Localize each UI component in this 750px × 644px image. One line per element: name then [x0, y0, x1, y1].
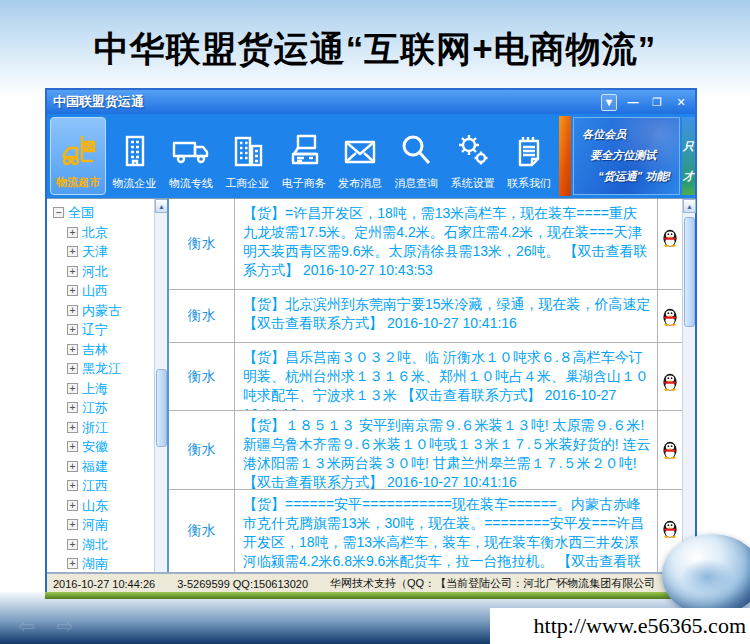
expand-icon[interactable]: + [67, 227, 78, 238]
app-window: 中国联盟货运通 ▼ — ❐ ✕ 物流超市物流企业物流专线工商企业电子商务发布消息… [45, 88, 697, 592]
minimize-icon[interactable]: — [625, 95, 641, 110]
notepad-icon [509, 126, 549, 176]
expand-icon[interactable]: + [67, 266, 78, 277]
expand-icon[interactable]: + [67, 285, 78, 296]
tree-item[interactable]: +河南 [53, 515, 167, 535]
tree-item[interactable]: +山西 [53, 281, 167, 301]
tree-item[interactable]: +山东 [53, 496, 167, 516]
tree-item-label[interactable]: 天津 [82, 244, 108, 259]
expand-icon[interactable]: + [67, 246, 78, 257]
tree-item-label[interactable]: 山西 [82, 283, 108, 298]
expand-icon[interactable]: + [67, 558, 78, 569]
tree-scrollbar[interactable]: ▲ [154, 199, 167, 572]
scroll-up-icon[interactable]: ▲ [155, 199, 168, 213]
window-titlebar: 中国联盟货运通 ▼ — ❐ ✕ [47, 90, 695, 114]
tree-item[interactable]: +河北 [53, 262, 167, 282]
message-text: 【货】=许昌开发区，18吨，需13米高栏车，现在装车====重庆九龙坡需17.5… [235, 199, 658, 289]
tree-item[interactable]: +江苏 [53, 398, 167, 418]
expand-icon[interactable]: + [67, 500, 78, 511]
tree-item[interactable]: +福建 [53, 457, 167, 477]
tree-item[interactable]: +吉林 [53, 340, 167, 360]
list-scrollbar[interactable]: ▲ ▼ [682, 199, 695, 572]
message-row[interactable]: 衡水【货】北京滨州到东莞南宁要15米冷藏，绿通，现在装，价高速定 【双击查看联系… [169, 290, 682, 343]
tree-item-label[interactable]: 河南 [82, 517, 108, 532]
toolbar-item-9[interactable]: 联系我们 [501, 117, 557, 195]
tree-item[interactable]: +湖北 [53, 535, 167, 555]
tree-item-label[interactable]: 湖南 [82, 556, 108, 571]
message-row[interactable]: 衡水【货】昌乐莒南３０３２吨、临 沂衡水１０吨求６.８高栏车今订明装、杭州台州求… [169, 343, 682, 411]
buildings-icon [227, 126, 267, 176]
banner-line: 要全方位测试 [582, 145, 675, 166]
tree-item[interactable]: +安徽 [53, 437, 167, 457]
toolbar-item-8[interactable]: 系统设置 [445, 117, 501, 195]
tree-item-label[interactable]: 内蒙古 [82, 303, 121, 318]
toolbar-item-4[interactable]: 工商企业 [219, 117, 275, 195]
toolbar-item-1[interactable]: 物流超市 [50, 117, 106, 195]
tree-item-label[interactable]: 辽宁 [82, 322, 108, 337]
tree-item[interactable]: +浙江 [53, 418, 167, 438]
expand-icon[interactable]: + [67, 480, 78, 491]
expand-icon[interactable]: + [67, 422, 78, 433]
dropdown-icon[interactable]: ▼ [601, 94, 617, 111]
scroll-up-icon[interactable]: ▲ [683, 199, 696, 213]
toolbar-item-2[interactable]: 物流企业 [106, 117, 162, 195]
status-bar: 2016-10-27 10:44:26 3-5269599 QQ:1506130… [47, 572, 695, 593]
qq-contact-icon[interactable] [658, 290, 682, 342]
toolbar-item-3[interactable]: 物流专线 [163, 117, 219, 195]
tree-item-label[interactable]: 山东 [82, 498, 108, 513]
tree-item[interactable]: +湖南 [53, 554, 167, 572]
tree-item[interactable]: +北京 [53, 223, 167, 243]
message-text: 【货】======安平===========现在装车======。内蒙古赤峰市克… [235, 490, 658, 572]
tree-item-label[interactable]: 上海 [82, 381, 108, 396]
expand-icon[interactable]: + [67, 402, 78, 413]
expand-icon[interactable]: + [67, 461, 78, 472]
qq-contact-icon[interactable] [658, 343, 682, 410]
expand-icon[interactable]: + [67, 324, 78, 335]
qq-contact-icon[interactable] [658, 199, 682, 289]
tree-item-label[interactable]: 江西 [82, 478, 108, 493]
banner-line: “货运通” 功能! [582, 166, 675, 187]
tree-item-label[interactable]: 吉林 [82, 342, 108, 357]
tree-item[interactable]: −全国 [53, 203, 167, 223]
expand-icon[interactable]: + [67, 344, 78, 355]
tree-item[interactable]: +辽宁 [53, 320, 167, 340]
maximize-icon[interactable]: ❐ [649, 95, 665, 110]
tree-item-label[interactable]: 福建 [82, 459, 108, 474]
tree-item-label[interactable]: 安徽 [82, 439, 108, 454]
message-row[interactable]: 衡水【货】======安平===========现在装车======。内蒙古赤峰… [169, 490, 682, 572]
tree-item-label[interactable]: 黑龙江 [82, 361, 121, 376]
collapse-icon[interactable]: − [53, 207, 64, 218]
tree-item-label[interactable]: 全国 [68, 205, 94, 220]
tree-item-label[interactable]: 江苏 [82, 400, 108, 415]
toolbar-item-5[interactable]: 电子商务 [275, 117, 331, 195]
toolbar: 物流超市物流企业物流专线工商企业电子商务发布消息消息查询系统设置联系我们 各位会… [47, 114, 695, 198]
tree-item[interactable]: +内蒙古 [53, 301, 167, 321]
toolbar-item-7[interactable]: 消息查询 [388, 117, 444, 195]
toolbar-item-label: 发布消息 [338, 176, 382, 191]
envelope-icon [339, 126, 381, 176]
scrollbar-thumb[interactable] [684, 217, 695, 327]
tree-item[interactable]: +黑龙江 [53, 359, 167, 379]
tree-item[interactable]: +天津 [53, 242, 167, 262]
tree-item[interactable]: +江西 [53, 476, 167, 496]
scrollbar-thumb[interactable] [156, 369, 167, 447]
tree-item-label[interactable]: 河北 [82, 264, 108, 279]
tree-item-label[interactable]: 湖北 [82, 537, 108, 552]
gear-icon [453, 126, 493, 176]
expand-icon[interactable]: + [67, 383, 78, 394]
expand-icon[interactable]: + [67, 539, 78, 550]
toolbar-item-6[interactable]: 发布消息 [332, 117, 388, 195]
expand-icon[interactable]: + [67, 441, 78, 452]
tree-item-label[interactable]: 浙江 [82, 420, 108, 435]
toolbar-item-label: 工商企业 [225, 176, 269, 191]
tree-item[interactable]: +上海 [53, 379, 167, 399]
close-icon[interactable]: ✕ [673, 95, 689, 110]
expand-icon[interactable]: + [67, 519, 78, 530]
qq-contact-icon[interactable] [658, 411, 682, 489]
message-row[interactable]: 衡水【货】=许昌开发区，18吨，需13米高栏车，现在装车====重庆九龙坡需17… [169, 199, 682, 290]
expand-icon[interactable]: + [67, 305, 78, 316]
message-row[interactable]: 衡水【货】１８５１３ 安平到南京需９.６米装１３吨! 太原需９.６米! 新疆乌鲁… [169, 411, 682, 490]
tree-item-label[interactable]: 北京 [82, 225, 108, 240]
forklift-icon [56, 125, 100, 175]
expand-icon[interactable]: + [67, 363, 78, 374]
